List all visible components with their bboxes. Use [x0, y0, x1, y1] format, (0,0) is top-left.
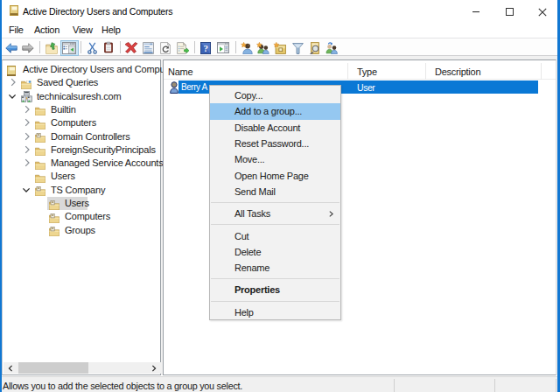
svg-text:?: ?	[203, 43, 207, 53]
